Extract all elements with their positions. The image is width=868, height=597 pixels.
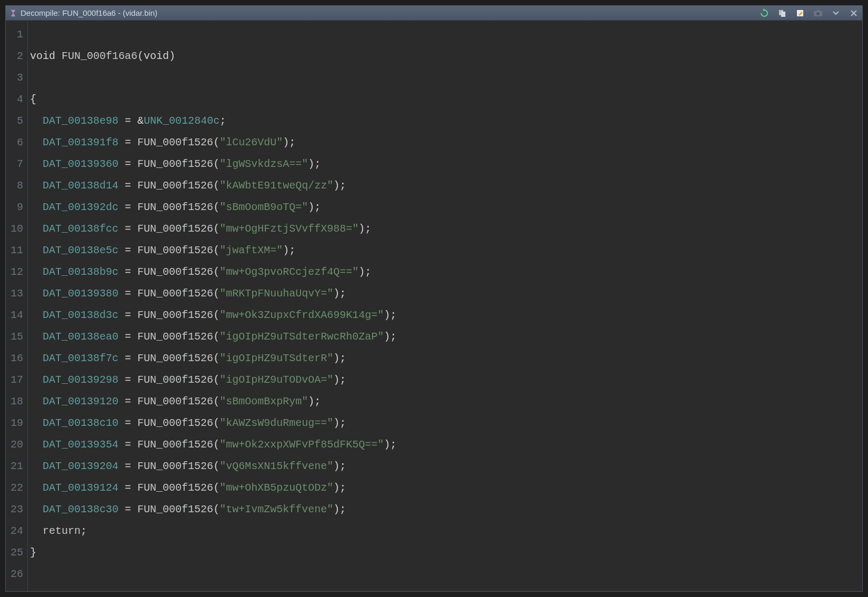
line-number: 21 xyxy=(6,455,27,477)
code-line[interactable]: } xyxy=(30,542,862,563)
code-line[interactable]: DAT_00138ea0 = FUN_000f1526("igOIpHZ9uTS… xyxy=(30,326,862,347)
line-number: 20 xyxy=(6,434,27,455)
line-number: 25 xyxy=(6,542,27,563)
close-button[interactable] xyxy=(849,8,859,18)
line-number: 11 xyxy=(6,240,27,261)
line-number: 18 xyxy=(6,391,27,412)
line-number: 8 xyxy=(6,175,27,196)
svg-point-5 xyxy=(816,12,820,15)
line-gutter: 1234567891011121314151617181920212223242… xyxy=(6,21,28,591)
line-number: 12 xyxy=(6,261,27,283)
toolbar xyxy=(759,8,859,18)
decompiler-window: Decompile: FUN_000f16a6 - (vidar.bin) 12… xyxy=(5,5,863,592)
line-number: 2 xyxy=(6,45,27,67)
svg-rect-1 xyxy=(781,12,785,17)
line-number: 26 xyxy=(6,563,27,585)
code-line[interactable]: DAT_00138d14 = FUN_000f1526("kAWbtE91twe… xyxy=(30,175,862,196)
code-line[interactable]: DAT_00139354 = FUN_000f1526("mw+Ok2xxpXW… xyxy=(30,434,862,455)
snapshot-button[interactable] xyxy=(813,8,823,18)
dropdown-button[interactable] xyxy=(831,8,841,18)
line-number: 9 xyxy=(6,196,27,218)
line-number: 14 xyxy=(6,304,27,326)
code-line[interactable]: DAT_00139120 = FUN_000f1526("sBmOomBxpRy… xyxy=(30,391,862,412)
code-line[interactable]: DAT_00138d3c = FUN_000f1526("mw+Ok3ZupxC… xyxy=(30,304,862,326)
code-line[interactable]: DAT_00138e5c = FUN_000f1526("jwaftXM="); xyxy=(30,240,862,261)
code-line[interactable]: DAT_00138f7c = FUN_000f1526("igOIpHZ9uTS… xyxy=(30,347,862,369)
code-line[interactable]: void FUN_000f16a6(void) xyxy=(30,45,862,67)
code-line[interactable]: DAT_00139360 = FUN_000f1526("lgWSvkdzsA=… xyxy=(30,153,862,175)
code-line[interactable]: DAT_001391f8 = FUN_000f1526("lCu26VdU"); xyxy=(30,132,862,153)
title-bar[interactable]: Decompile: FUN_000f16a6 - (vidar.bin) xyxy=(6,6,862,21)
line-number: 15 xyxy=(6,326,27,347)
code-line[interactable]: DAT_001392dc = FUN_000f1526("sBmOomB9oTQ… xyxy=(30,196,862,218)
window-title: Decompile: FUN_000f16a6 - (vidar.bin) xyxy=(21,8,759,17)
line-number: 16 xyxy=(6,347,27,369)
code-line[interactable] xyxy=(30,67,862,88)
code-content[interactable]: void FUN_000f16a6(void){ DAT_00138e98 = … xyxy=(28,21,862,591)
code-line[interactable]: DAT_00138b9c = FUN_000f1526("mw+Og3pvoRC… xyxy=(30,261,862,283)
code-line[interactable]: DAT_00139380 = FUN_000f1526("mRKTpFNuuha… xyxy=(30,283,862,304)
svg-rect-4 xyxy=(816,10,820,12)
code-line[interactable]: DAT_00139124 = FUN_000f1526("mw+OhXB5pzu… xyxy=(30,477,862,499)
line-number: 24 xyxy=(6,520,27,542)
line-number: 7 xyxy=(6,153,27,175)
edit-button[interactable] xyxy=(795,8,805,18)
code-line[interactable] xyxy=(30,563,862,585)
line-number: 22 xyxy=(6,477,27,499)
code-area: 1234567891011121314151617181920212223242… xyxy=(6,21,862,591)
code-line[interactable]: DAT_00138c10 = FUN_000f1526("kAWZsW9duRm… xyxy=(30,412,862,434)
code-line[interactable] xyxy=(30,24,862,45)
code-line[interactable]: DAT_00138e98 = &UNK_0012840c; xyxy=(30,110,862,132)
line-number: 13 xyxy=(6,283,27,304)
code-line[interactable]: DAT_00139298 = FUN_000f1526("igOIpHZ9uTO… xyxy=(30,369,862,391)
line-number: 1 xyxy=(6,24,27,45)
copy-button[interactable] xyxy=(777,8,787,18)
refresh-button[interactable] xyxy=(759,8,770,18)
line-number: 4 xyxy=(6,88,27,110)
line-number: 10 xyxy=(6,218,27,240)
app-icon xyxy=(9,9,17,17)
code-line[interactable]: DAT_00138fcc = FUN_000f1526("mw+OgHFztjS… xyxy=(30,218,862,240)
line-number: 17 xyxy=(6,369,27,391)
line-number: 5 xyxy=(6,110,27,132)
line-number: 3 xyxy=(6,67,27,88)
line-number: 23 xyxy=(6,499,27,520)
code-line[interactable]: DAT_00138c30 = FUN_000f1526("tw+IvmZw5kf… xyxy=(30,499,862,520)
code-line[interactable]: { xyxy=(30,88,862,110)
line-number: 6 xyxy=(6,132,27,153)
line-number: 19 xyxy=(6,412,27,434)
code-line[interactable]: DAT_00139204 = FUN_000f1526("vQ6MsXN15kf… xyxy=(30,455,862,477)
code-line[interactable]: return; xyxy=(30,520,862,542)
